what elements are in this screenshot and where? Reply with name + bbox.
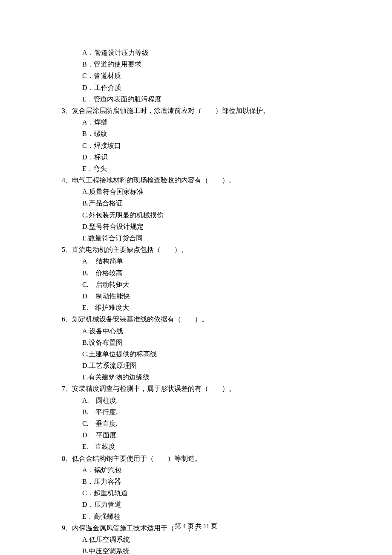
question-stem: 7、安装精度调查与检测中，属于形状误差的有（ ）。 xyxy=(62,383,330,394)
option-item: A. 结构简单 xyxy=(62,255,330,267)
question-6: 6、划定机械设备安装基准线的依据有（ ）。 A.设备中心线 B.设备布置图 C.… xyxy=(62,313,330,383)
option-item: A.质量符合国家标准 xyxy=(62,186,330,197)
page-footer: 第 4 页 共 11 页 xyxy=(0,521,392,532)
option-item: A．焊缝 xyxy=(62,116,330,128)
question-8: 8、低合金结构钢主要使用于（ ）等制造。 A．锅炉汽包 B．压力容器 C．起重机… xyxy=(62,453,330,522)
option-item: C．焊接坡口 xyxy=(62,140,330,151)
question-7: 7、安装精度调查与检测中，属于形状误差的有（ ）。 A. 圆柱度. B. 平行度… xyxy=(62,383,330,452)
question-stem: 3、复合层涂层防腐蚀施工时，涂底漆前应对（ ）部位加以保护。 xyxy=(62,105,330,116)
option-item: A．管道设计压力等级 xyxy=(62,47,330,58)
option-item: E．管道内表面的脏污程度 xyxy=(62,93,330,105)
option-item: D．标识 xyxy=(62,151,330,163)
question-stem: 8、低合金结构钢主要使用于（ ）等制造。 xyxy=(62,453,330,464)
option-item: B.设备布置图 xyxy=(62,337,330,348)
option-item: D.型号符合设计规定 xyxy=(62,221,330,232)
intro-options-block: A．管道设计压力等级 B．管道的使用要求 C．管道材质 D．工作介质 E．管道内… xyxy=(62,47,330,105)
option-item: B.产品合格证 xyxy=(62,197,330,209)
option-item: C．管道材质 xyxy=(62,70,330,81)
option-item: E.有关建筑物的边缘线 xyxy=(62,371,330,383)
option-item: C. 垂直度. xyxy=(62,418,330,429)
option-item: D. 平面度. xyxy=(62,429,330,441)
option-item: C. 启动转矩大 xyxy=(62,279,330,290)
option-item: D．压力管道 xyxy=(62,499,330,510)
option-item: C.外包装无明显的机械损伤 xyxy=(62,209,330,221)
option-item: A.设备中心线 xyxy=(62,325,330,337)
option-item: E. 维护难度大 xyxy=(62,302,330,313)
option-item: B．管道的使用要求 xyxy=(62,58,330,70)
question-3: 3、复合层涂层防腐蚀施工时，涂底漆前应对（ ）部位加以保护。 A．焊缝 B．螺纹… xyxy=(62,105,330,174)
question-stem: 5、直流电动机的主要缺点包括（ ）。 xyxy=(62,244,330,255)
option-item: A．锅炉汽包 xyxy=(62,464,330,476)
question-stem: 4、电气工程接地材料的现场检查验收的内容有（ ）。 xyxy=(62,174,330,186)
option-item: A. 圆柱度. xyxy=(62,395,330,406)
option-item: D.工艺系流原理图 xyxy=(62,360,330,371)
option-item: E．弯头 xyxy=(62,163,330,174)
option-item: D．工作介质 xyxy=(62,82,330,93)
option-item: E.数量符合订货合同 xyxy=(62,232,330,244)
option-item: E. 直线度 xyxy=(62,441,330,452)
option-item: D. 制动性能快 xyxy=(62,290,330,302)
option-item: B．压力容器 xyxy=(62,476,330,487)
option-item: B.中压空调系统 xyxy=(62,545,330,555)
option-item: B．螺纹 xyxy=(62,128,330,139)
option-item: C.土建单位提供的标高线 xyxy=(62,348,330,360)
question-stem: 6、划定机械设备安装基准线的依据有（ ）。 xyxy=(62,313,330,325)
option-item: B. 平行度. xyxy=(62,406,330,418)
page-content: A．管道设计压力等级 B．管道的使用要求 C．管道材质 D．工作介质 E．管道内… xyxy=(0,0,392,555)
question-4: 4、电气工程接地材料的现场检查验收的内容有（ ）。 A.质量符合国家标准 B.产… xyxy=(62,174,330,244)
option-item: A.低压空调系统 xyxy=(62,534,330,545)
option-item: C．起重机轨道 xyxy=(62,487,330,499)
option-item: B. 价格较高 xyxy=(62,267,330,279)
question-5: 5、直流电动机的主要缺点包括（ ）。 A. 结构简单 B. 价格较高 C. 启动… xyxy=(62,244,330,313)
